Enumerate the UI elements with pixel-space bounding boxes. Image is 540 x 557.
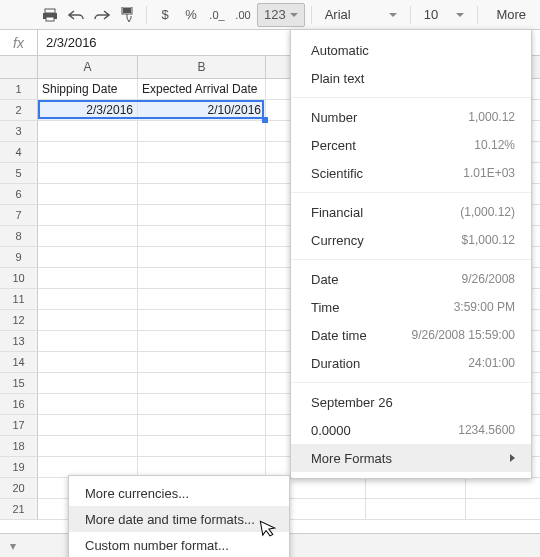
cell[interactable] [366, 499, 466, 520]
cell[interactable] [138, 226, 266, 247]
chevron-left-icon[interactable]: ▾ [6, 537, 20, 555]
cell[interactable] [38, 373, 138, 394]
cell[interactable] [38, 436, 138, 457]
cell[interactable] [138, 373, 266, 394]
cell[interactable] [38, 394, 138, 415]
row-header[interactable]: 9 [0, 247, 38, 268]
cell[interactable] [38, 289, 138, 310]
cell[interactable] [138, 394, 266, 415]
more-toolbar-button[interactable]: More [488, 3, 534, 27]
font-family-select[interactable]: Arial [318, 3, 404, 27]
cell[interactable] [138, 268, 266, 289]
cell[interactable]: 2/3/2016 [38, 100, 138, 121]
increase-decimal-button[interactable]: .00 [231, 3, 255, 27]
number-format-dropdown-button[interactable]: 123 [257, 3, 305, 27]
cell[interactable]: Expected Arrival Date [138, 79, 266, 100]
print-icon[interactable] [38, 3, 62, 27]
cell[interactable] [38, 247, 138, 268]
redo-icon[interactable] [90, 3, 114, 27]
cell[interactable] [38, 205, 138, 226]
cell[interactable] [138, 289, 266, 310]
cell[interactable] [38, 268, 138, 289]
cell[interactable]: 2/10/2016 [138, 100, 266, 121]
cell[interactable] [38, 226, 138, 247]
cell[interactable]: Shipping Date [38, 79, 138, 100]
cell[interactable] [138, 142, 266, 163]
cell[interactable] [138, 205, 266, 226]
menu-item-percent[interactable]: Percent10.12% [291, 131, 531, 159]
cell[interactable] [138, 415, 266, 436]
menu-item-0.0000[interactable]: 0.00001234.5600 [291, 416, 531, 444]
decrease-decimal-button[interactable]: .0_ [205, 3, 229, 27]
cell[interactable] [466, 478, 540, 499]
menu-item-september-26[interactable]: September 26 [291, 388, 531, 416]
menu-item-date-time[interactable]: Date time9/26/2008 15:59:00 [291, 321, 531, 349]
cell[interactable] [366, 478, 466, 499]
select-all-corner[interactable] [0, 56, 38, 79]
row-header[interactable]: 19 [0, 457, 38, 478]
cell[interactable] [38, 352, 138, 373]
menu-item-duration[interactable]: Duration24:01:00 [291, 349, 531, 377]
menu-item-automatic[interactable]: Automatic [291, 36, 531, 64]
row-header[interactable]: 11 [0, 289, 38, 310]
cell[interactable] [38, 310, 138, 331]
row-header[interactable]: 2 [0, 100, 38, 121]
cell[interactable] [138, 310, 266, 331]
menu-item-financial[interactable]: Financial(1,000.12) [291, 198, 531, 226]
menu-item-currency[interactable]: Currency$1,000.12 [291, 226, 531, 254]
row-header[interactable]: 10 [0, 268, 38, 289]
currency-format-button[interactable]: $ [153, 3, 177, 27]
fill-handle[interactable] [262, 117, 268, 123]
submenu-item-more-date-time[interactable]: More date and time formats... [69, 506, 289, 532]
submenu-item-custom-number[interactable]: Custom number format... [69, 532, 289, 557]
row-header[interactable]: 4 [0, 142, 38, 163]
cell[interactable] [138, 331, 266, 352]
menu-item-number[interactable]: Number1,000.12 [291, 103, 531, 131]
row-header[interactable]: 1 [0, 79, 38, 100]
paint-format-icon[interactable] [116, 3, 140, 27]
row-header[interactable]: 12 [0, 310, 38, 331]
row-header[interactable]: 17 [0, 415, 38, 436]
submenu-item-more-currencies[interactable]: More currencies... [69, 480, 289, 506]
cell[interactable] [138, 163, 266, 184]
column-header[interactable]: B [138, 56, 266, 79]
row-header[interactable]: 21 [0, 499, 38, 520]
cell[interactable] [38, 121, 138, 142]
row-header[interactable]: 14 [0, 352, 38, 373]
row-header[interactable]: 7 [0, 205, 38, 226]
row-header[interactable]: 3 [0, 121, 38, 142]
row-header[interactable]: 18 [0, 436, 38, 457]
font-size-select[interactable]: 10 [417, 3, 471, 27]
cell[interactable] [38, 415, 138, 436]
menu-item-date[interactable]: Date9/26/2008 [291, 265, 531, 293]
column-header[interactable]: A [38, 56, 138, 79]
cell[interactable] [138, 184, 266, 205]
cell[interactable] [38, 163, 138, 184]
row-header[interactable]: 16 [0, 394, 38, 415]
label: Plain text [311, 71, 364, 86]
menu-item-more-formats[interactable]: More Formats [291, 444, 531, 472]
label: Automatic [311, 43, 369, 58]
row-header[interactable]: 20 [0, 478, 38, 499]
cell[interactable] [138, 436, 266, 457]
chevron-down-icon [456, 13, 464, 17]
row-header[interactable]: 8 [0, 226, 38, 247]
label: 0.0000 [311, 423, 351, 438]
row-header[interactable]: 15 [0, 373, 38, 394]
row-header[interactable]: 13 [0, 331, 38, 352]
fx-label: fx [0, 30, 38, 55]
menu-item-plain-text[interactable]: Plain text [291, 64, 531, 92]
percent-format-button[interactable]: % [179, 3, 203, 27]
undo-icon[interactable] [64, 3, 88, 27]
menu-item-time[interactable]: Time3:59:00 PM [291, 293, 531, 321]
cell[interactable] [138, 121, 266, 142]
row-header[interactable]: 6 [0, 184, 38, 205]
row-header[interactable]: 5 [0, 163, 38, 184]
cell[interactable] [466, 499, 540, 520]
menu-item-scientific[interactable]: Scientific1.01E+03 [291, 159, 531, 187]
cell[interactable] [38, 184, 138, 205]
cell[interactable] [138, 247, 266, 268]
cell[interactable] [138, 352, 266, 373]
cell[interactable] [38, 142, 138, 163]
cell[interactable] [38, 331, 138, 352]
